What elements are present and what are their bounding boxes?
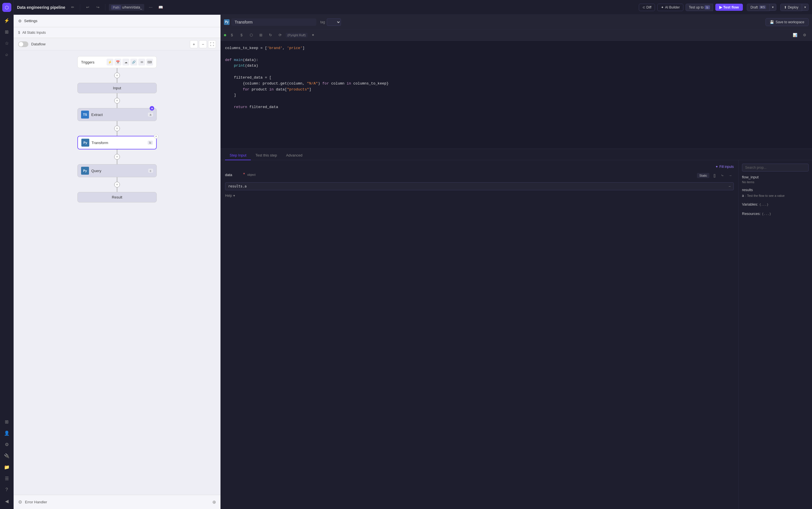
results-title: results <box>742 188 809 192</box>
right-panel-title[interactable]: Transform <box>231 19 316 26</box>
draft-button[interactable]: Draft ⌘S <box>747 4 770 11</box>
tag-dropdown[interactable] <box>327 19 341 26</box>
trigger-icon-3: ☁ <box>122 59 129 66</box>
sidebar-item-search[interactable]: ⌕ <box>2 49 12 60</box>
draft-shortcut: ⌘S <box>759 5 766 9</box>
fit-view-button[interactable]: ⛶ <box>208 40 216 48</box>
test-up-to-button[interactable]: Test up to b <box>686 4 713 11</box>
param-arrow-icon[interactable]: → <box>727 172 734 179</box>
transform-close-button[interactable]: ✕ <box>154 134 158 139</box>
dataflow-toggle[interactable] <box>18 41 28 47</box>
sidebar-item-grid[interactable]: ⊞ <box>2 416 12 427</box>
param-icons: [] ⤷ → <box>711 172 734 179</box>
add-node-5[interactable]: + <box>114 182 120 188</box>
test-flow-button[interactable]: ▶ Test flow <box>715 4 743 11</box>
result-node[interactable]: Result <box>77 192 157 202</box>
diff-button[interactable]: ⊂ Diff <box>639 4 655 11</box>
data-param-row: data * object Static [] ⤷ → <box>225 172 734 179</box>
sidebar-item-person[interactable]: 👤 <box>2 428 12 438</box>
dollar-icon-1[interactable]: $ <box>228 31 236 39</box>
extract-node[interactable]: ◈ TS Extract a <box>77 108 157 121</box>
code-line-7: {column: product.get(column, "N/A") for … <box>225 81 808 87</box>
refresh-icon-2[interactable]: ⟳ <box>276 31 284 39</box>
static-badge[interactable]: Static <box>697 173 709 178</box>
sidebar-item-plugin[interactable]: 🔌 <box>2 450 12 461</box>
query-node[interactable]: Py Query c <box>77 164 157 177</box>
query-badge: c <box>148 169 153 173</box>
minus-button[interactable]: − <box>729 184 731 188</box>
add-node-1[interactable]: + <box>114 73 120 78</box>
help-row[interactable]: Help ▾ <box>225 194 734 198</box>
result-label: Result <box>112 195 122 199</box>
sidebar-item-flow[interactable]: ⚡ <box>2 15 12 26</box>
refresh-icon[interactable]: ↻ <box>266 31 274 39</box>
static-inputs-bar[interactable]: $ All Static Inputs <box>13 27 221 38</box>
search-prop-input[interactable] <box>742 164 809 172</box>
tab-test-step[interactable]: Test this step <box>251 151 282 160</box>
param-type: object <box>247 173 255 176</box>
dataflow-bar: Dataflow + − ⛶ <box>13 38 221 50</box>
zoom-out-button[interactable]: − <box>199 40 207 48</box>
dollar-icon-2[interactable]: $ <box>237 31 246 39</box>
value-box[interactable]: results.a − <box>225 182 734 190</box>
draft-chevron-button[interactable]: ▾ <box>770 4 776 11</box>
draft-label: Draft <box>750 5 758 9</box>
input-node[interactable]: Input <box>77 83 157 93</box>
trigger-icon-2: 📅 <box>114 59 121 66</box>
content-area: ⚙ Settings $ All Static Inputs Dataflow … <box>13 15 812 509</box>
redo-button[interactable]: ↪ <box>94 3 102 11</box>
flow-panel: ⚙ Settings $ All Static Inputs Dataflow … <box>13 15 221 509</box>
add-node-2[interactable]: + <box>114 98 120 103</box>
sidebar-item-settings[interactable]: ⚙ <box>2 439 12 449</box>
fill-inputs-button[interactable]: ✦ Fill inputs <box>225 165 734 169</box>
code-editor[interactable]: columns_to_keep = ['brand', 'price'] def… <box>221 41 812 148</box>
connector-1: + <box>114 68 120 83</box>
app-logo[interactable]: ⬡ <box>2 3 11 12</box>
param-format-icon[interactable]: [] <box>711 172 718 179</box>
error-handler-add-button[interactable]: ⊕ <box>212 499 216 505</box>
param-link-icon[interactable]: ⤷ <box>719 172 726 179</box>
sidebar-item-help[interactable]: ? <box>2 485 12 495</box>
extract-ts-icon: TS <box>81 111 89 118</box>
resources-section: Resources: {...} <box>742 211 809 217</box>
undo-button[interactable]: ↩ <box>84 3 91 11</box>
tab-step-input[interactable]: Step Input <box>225 151 251 160</box>
results-section: results a : Test the flow to see a value <box>742 188 809 198</box>
input-label: Input <box>113 86 121 90</box>
ai-label: AI Builder <box>665 5 680 9</box>
deploy-button[interactable]: ⬆ Deploy <box>780 4 802 11</box>
gear-icon[interactable]: ⚙ <box>801 31 809 39</box>
sidebar-item-list[interactable]: ☰ <box>2 473 12 483</box>
code-line-6: filtered_data = [ <box>225 75 808 81</box>
code-line-11: return filtered_data <box>225 104 808 110</box>
more-options-button[interactable]: ⋯ <box>147 3 154 11</box>
deploy-icon: ⬆ <box>784 5 787 9</box>
magic-icon[interactable]: ✦ <box>309 31 317 39</box>
header-python-icon: Py <box>224 19 229 25</box>
transform-label: Transform <box>91 141 145 145</box>
pyright-badge[interactable]: (Pyright Ruff) <box>286 33 307 37</box>
ai-builder-button[interactable]: ✦ AI Builder <box>657 4 683 11</box>
tab-advanced[interactable]: Advanced <box>282 151 307 160</box>
add-node-3[interactable]: + <box>114 126 120 131</box>
test-up-badge: b <box>705 5 710 9</box>
book-icon-button[interactable]: 📖 <box>157 3 165 11</box>
save-to-workspace-button[interactable]: 💾 Save to workspace <box>766 18 809 26</box>
zoom-in-button[interactable]: + <box>190 40 198 48</box>
sidebar-collapse-button[interactable]: ◀ <box>2 496 12 506</box>
edit-title-button[interactable]: ✏ <box>69 3 76 11</box>
cube-icon[interactable]: ⬡ <box>247 31 255 39</box>
transform-node[interactable]: ✕ Py Transform b <box>77 136 157 149</box>
path-button[interactable]: Path u/henri/data_ <box>109 4 144 11</box>
variables-title: Variables: <box>742 202 758 206</box>
trigger-icon-4: 🔗 <box>131 59 137 66</box>
sidebar-item-star[interactable]: ☆ <box>2 38 12 48</box>
sidebar-item-home[interactable]: ⊞ <box>2 27 12 37</box>
step-input-area: ✦ Fill inputs data * object Static <box>221 160 812 509</box>
package-icon[interactable]: ⊞ <box>257 31 265 39</box>
triggers-node[interactable]: Triggers ⚡ 📅 ☁ 🔗 ✉ ⌨ <box>77 56 157 68</box>
chart-icon[interactable]: 📊 <box>791 31 799 39</box>
deploy-chevron-button[interactable]: ▾ <box>802 4 809 11</box>
sidebar-item-folder[interactable]: 📁 <box>2 462 12 472</box>
add-node-4[interactable]: + <box>114 154 120 160</box>
